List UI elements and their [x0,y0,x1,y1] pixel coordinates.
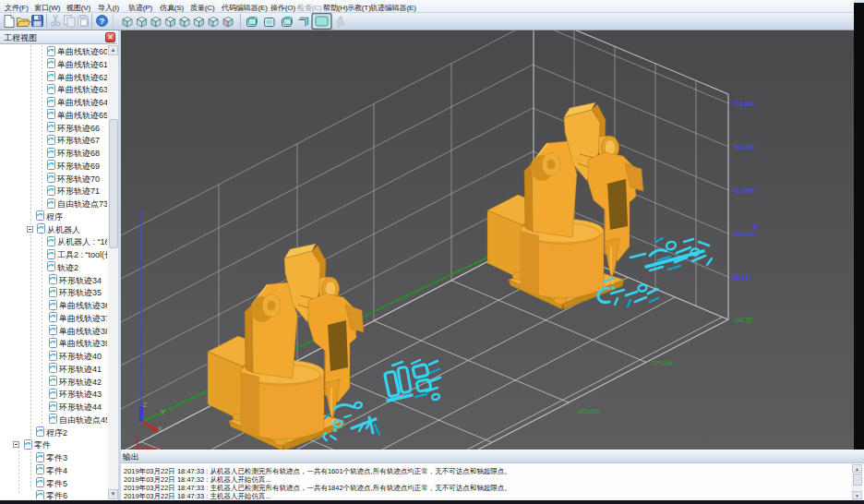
svg-text:417.094: 417.094 [733,187,755,194]
svg-text:771.094: 771.094 [733,101,755,107]
svg-text:Z: Z [753,223,758,232]
svg-text:X: X [158,426,162,432]
svg-text:240.094: 240.094 [733,231,755,237]
svg-text:Z: Z [143,402,148,408]
svg-text:Y: Y [161,409,165,415]
svg-text:-405.689: -405.689 [577,408,600,414]
svg-text:594.094: 594.094 [733,144,755,150]
svg-text:-142.92: -142.92 [733,317,752,323]
svg-text:?: ? [100,16,105,26]
svg-text:-375.944: -375.944 [650,360,673,366]
svg-text:63.094: 63.094 [733,274,751,281]
